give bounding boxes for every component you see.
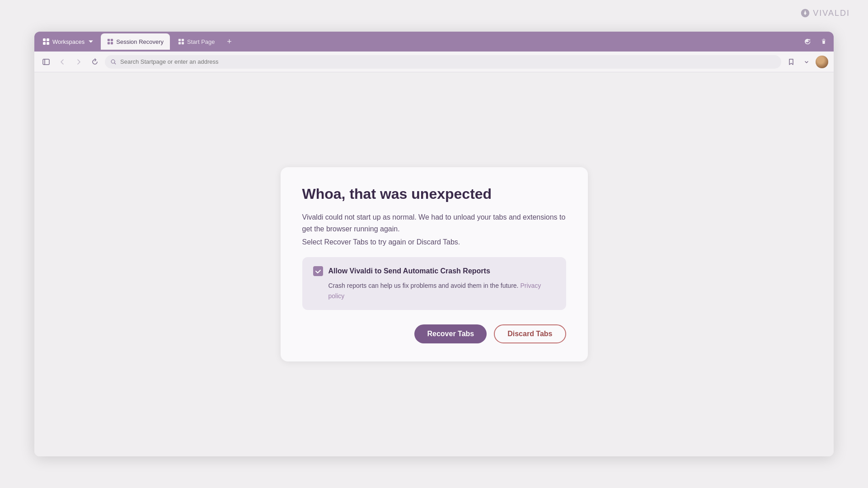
svg-rect-1	[47, 38, 49, 41]
bookmark-icon[interactable]	[785, 56, 798, 68]
sidebar-toggle-button[interactable]	[40, 56, 52, 68]
avatar[interactable]	[816, 56, 828, 68]
svg-rect-11	[182, 42, 184, 44]
bookmark-dropdown-icon[interactable]	[800, 56, 813, 68]
tab-start-page[interactable]: Start Page	[172, 33, 221, 50]
discard-tabs-button[interactable]: Discard Tabs	[494, 324, 566, 343]
browser-window: Workspaces Session Recovery Start	[34, 32, 834, 456]
svg-rect-5	[111, 39, 113, 41]
svg-rect-6	[108, 42, 110, 44]
url-input[interactable]	[120, 58, 776, 65]
vivaldi-logo-icon	[800, 8, 810, 18]
sync-icon[interactable]	[801, 35, 814, 48]
checkmark-icon	[315, 268, 321, 274]
workspaces-icon	[42, 38, 50, 45]
svg-rect-9	[182, 39, 184, 41]
add-tab-button[interactable]: +	[223, 35, 236, 48]
back-button[interactable]	[56, 56, 69, 68]
crash-report-box: Allow Vivaldi to Send Automatic Crash Re…	[302, 257, 566, 310]
search-icon	[110, 59, 117, 65]
session-recovery-tab-icon	[107, 38, 113, 45]
recovery-card: Whoa, that was unexpected Vivaldi could …	[281, 167, 588, 361]
tab-session-recovery[interactable]: Session Recovery	[101, 33, 170, 50]
svg-rect-12	[43, 59, 49, 65]
recovery-title: Whoa, that was unexpected	[302, 185, 566, 202]
toolbar	[34, 52, 834, 72]
tab-bar-right	[801, 35, 830, 48]
recover-tabs-button[interactable]: Recover Tabs	[414, 324, 487, 343]
crash-report-description: Crash reports can help us fix problems a…	[328, 281, 555, 301]
reload-button[interactable]	[89, 56, 101, 68]
recovery-description: Vivaldi could not start up as normal. We…	[302, 211, 566, 235]
svg-rect-8	[178, 39, 181, 41]
svg-rect-7	[111, 42, 113, 44]
page-content: Whoa, that was unexpected Vivaldi could …	[34, 72, 834, 456]
forward-button[interactable]	[72, 56, 85, 68]
vivaldi-logo: VIVALDI	[800, 8, 850, 18]
svg-rect-2	[43, 42, 46, 45]
crash-report-checkbox[interactable]	[313, 266, 323, 276]
crash-report-title: Allow Vivaldi to Send Automatic Crash Re…	[328, 267, 490, 275]
workspaces-button[interactable]: Workspaces	[38, 35, 99, 48]
toolbar-right	[785, 56, 828, 68]
button-row: Recover Tabs Discard Tabs	[302, 324, 566, 343]
svg-rect-4	[108, 39, 110, 41]
start-page-tab-icon	[178, 38, 184, 45]
crash-report-header: Allow Vivaldi to Send Automatic Crash Re…	[313, 266, 555, 276]
tab-bar: Workspaces Session Recovery Start	[34, 32, 834, 52]
trash-icon[interactable]	[817, 35, 830, 48]
svg-rect-0	[43, 38, 46, 41]
chevron-down-icon	[87, 38, 94, 45]
svg-rect-10	[178, 42, 181, 44]
svg-rect-3	[47, 42, 49, 45]
address-bar[interactable]	[105, 55, 781, 69]
recovery-action-text: Select Recover Tabs to try again or Disc…	[302, 238, 566, 246]
